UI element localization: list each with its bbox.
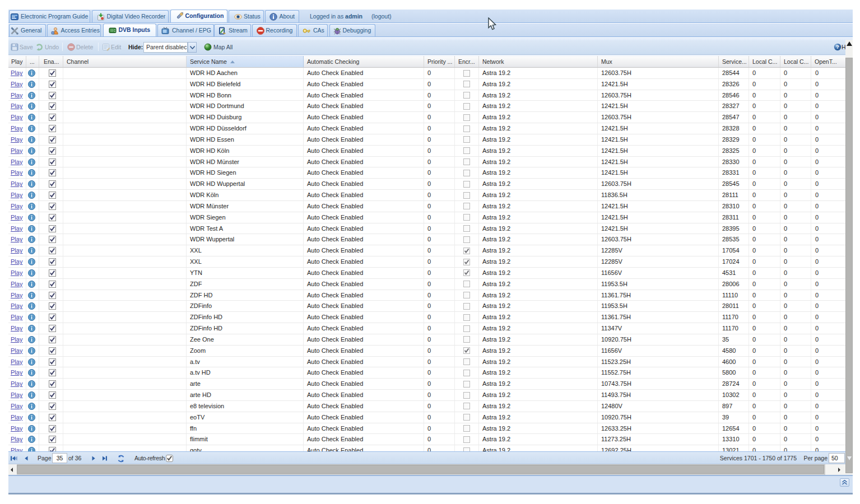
svg-text:?: ? xyxy=(836,44,839,50)
